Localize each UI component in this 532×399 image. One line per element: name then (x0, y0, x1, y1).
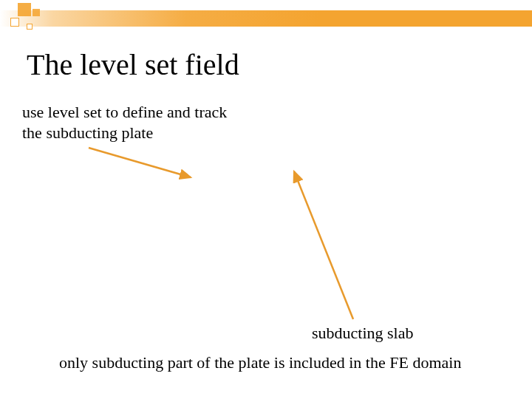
description-line: the subducting plate (22, 123, 227, 143)
square-icon (33, 9, 40, 16)
gradient-band (0, 10, 532, 27)
square-icon (18, 3, 31, 16)
header-decoration (0, 0, 532, 33)
slab-label: subducting slab (312, 324, 414, 343)
slide-title: The level set field (27, 47, 239, 82)
description-line: use level set to define and track (22, 102, 227, 123)
square-outline-icon (10, 18, 19, 27)
square-outline-icon (27, 24, 33, 30)
arrow-line (89, 148, 191, 177)
arrow-line (294, 171, 353, 319)
bottom-note: only subducting part of the plate is inc… (59, 353, 461, 372)
description-text: use level set to define and track the su… (22, 102, 227, 143)
